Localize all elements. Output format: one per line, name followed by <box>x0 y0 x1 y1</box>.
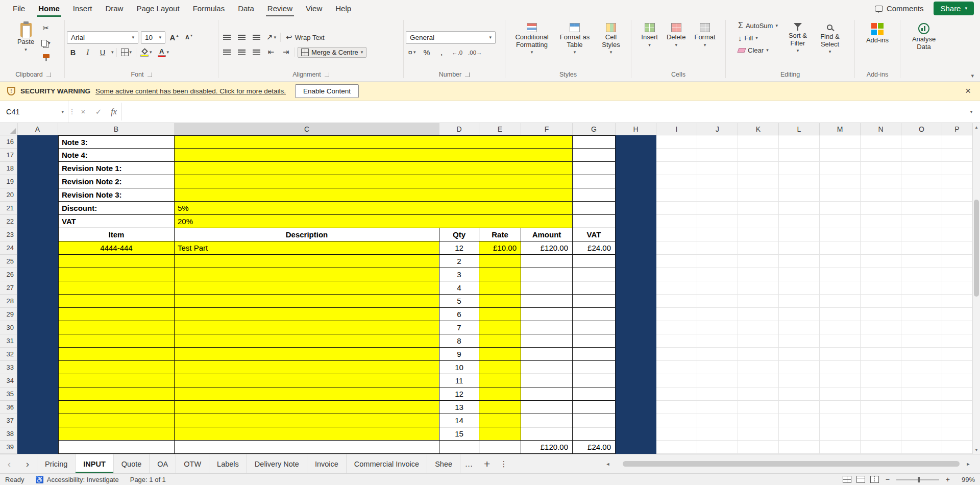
accounting-format-button[interactable]: ¤▾ <box>406 46 418 59</box>
cell-O25[interactable] <box>901 255 942 268</box>
cell-O35[interactable] <box>901 387 942 401</box>
cell-C39[interactable] <box>175 441 439 454</box>
cell-B27[interactable] <box>58 281 175 295</box>
number-format-select[interactable]: General▾ <box>406 31 496 44</box>
cell-P16[interactable] <box>942 135 972 149</box>
cell-E26[interactable] <box>479 268 521 281</box>
sheet-tab-pricing[interactable]: Pricing <box>37 454 76 473</box>
cell-C21[interactable]: 5% <box>175 202 573 215</box>
enable-content-button[interactable]: Enable Content <box>295 84 359 98</box>
cell-E30[interactable] <box>479 321 521 334</box>
cell-P38[interactable] <box>942 427 972 441</box>
italic-button[interactable]: I <box>82 46 94 59</box>
cell-M18[interactable] <box>820 162 861 175</box>
cell-H18[interactable] <box>616 162 656 175</box>
cell-J18[interactable] <box>697 162 738 175</box>
cell-M33[interactable] <box>820 361 861 374</box>
cell-B30[interactable] <box>58 321 175 334</box>
cell-F28[interactable] <box>521 295 573 308</box>
cell-K31[interactable] <box>738 334 779 348</box>
cell-K38[interactable] <box>738 427 779 441</box>
cell-E37[interactable] <box>479 414 521 427</box>
cell-A16[interactable] <box>17 135 58 149</box>
cell-G31[interactable] <box>573 334 616 348</box>
cell-B31[interactable] <box>58 334 175 348</box>
cell-C29[interactable] <box>175 308 439 321</box>
cell-I34[interactable] <box>656 374 697 387</box>
cell-C36[interactable] <box>175 401 439 414</box>
cell-N38[interactable] <box>861 427 901 441</box>
cell-B25[interactable] <box>58 255 175 268</box>
cell-J32[interactable] <box>697 348 738 361</box>
cell-G34[interactable] <box>573 374 616 387</box>
cell-B33[interactable] <box>58 361 175 374</box>
cell-G36[interactable] <box>573 401 616 414</box>
orientation-button[interactable]: ↗▾ <box>265 31 278 43</box>
cell-D33[interactable]: 10 <box>439 361 479 374</box>
cell-A17[interactable] <box>17 149 58 162</box>
cell-H33[interactable] <box>616 361 656 374</box>
chevron-down-icon[interactable]: ▾ <box>111 50 114 55</box>
cell-H25[interactable] <box>616 255 656 268</box>
col-header-B[interactable]: B <box>58 123 175 135</box>
cell-O23[interactable] <box>901 228 942 241</box>
cell-H23[interactable] <box>616 228 656 241</box>
scroll-down-icon[interactable]: ▼ <box>973 446 980 454</box>
increase-font-size-button[interactable]: A▴ <box>168 31 180 43</box>
align-bottom-button[interactable] <box>250 31 262 43</box>
cell-E23[interactable]: Rate <box>479 228 521 241</box>
cell-J22[interactable] <box>697 215 738 228</box>
cell-F29[interactable] <box>521 308 573 321</box>
cell-L33[interactable] <box>779 361 820 374</box>
cell-M36[interactable] <box>820 401 861 414</box>
cell-H26[interactable] <box>616 268 656 281</box>
cell-I30[interactable] <box>656 321 697 334</box>
cell-O39[interactable] <box>901 441 942 454</box>
cell-J16[interactable] <box>697 135 738 149</box>
cell-A26[interactable] <box>17 268 58 281</box>
cell-O34[interactable] <box>901 374 942 387</box>
vertical-scrollbar-thumb[interactable] <box>974 200 979 297</box>
decrease-decimal-button[interactable]: .00→ <box>467 46 484 59</box>
cut-button[interactable]: ✂ <box>40 22 52 34</box>
cell-F35[interactable] <box>521 387 573 401</box>
format-cells-button[interactable]: Format ▾ <box>691 20 718 48</box>
cell-M23[interactable] <box>820 228 861 241</box>
row-header-39[interactable]: 39 <box>0 441 17 454</box>
cell-J39[interactable] <box>697 441 738 454</box>
cell-I38[interactable] <box>656 427 697 441</box>
cell-G18[interactable] <box>573 162 616 175</box>
cell-B26[interactable] <box>58 268 175 281</box>
col-header-H[interactable]: H <box>616 123 656 135</box>
underline-button[interactable]: U <box>96 46 109 59</box>
cell-I28[interactable] <box>656 295 697 308</box>
cell-B17[interactable]: Note 4: <box>58 149 175 162</box>
cell-O36[interactable] <box>901 401 942 414</box>
cell-I39[interactable] <box>656 441 697 454</box>
cell-K33[interactable] <box>738 361 779 374</box>
cell-K23[interactable] <box>738 228 779 241</box>
sheet-options-icon[interactable]: ⋮ <box>496 454 511 473</box>
cell-N32[interactable] <box>861 348 901 361</box>
accessibility-status[interactable]: ♿Accessibility: Investigate <box>36 476 119 483</box>
cell-N17[interactable] <box>861 149 901 162</box>
collapse-ribbon-icon[interactable]: ▾ <box>971 72 974 79</box>
cell-P17[interactable] <box>942 149 972 162</box>
sheet-tab-otw[interactable]: OTW <box>176 454 209 473</box>
formula-input[interactable] <box>121 103 963 120</box>
row-header-31[interactable]: 31 <box>0 334 17 348</box>
cell-C31[interactable] <box>175 334 439 348</box>
decrease-indent-button[interactable]: ⇤ <box>265 46 277 58</box>
cell-M28[interactable] <box>820 295 861 308</box>
cell-N26[interactable] <box>861 268 901 281</box>
cell-D38[interactable]: 15 <box>439 427 479 441</box>
cell-O22[interactable] <box>901 215 942 228</box>
cell-L26[interactable] <box>779 268 820 281</box>
cell-H22[interactable] <box>616 215 656 228</box>
cell-K35[interactable] <box>738 387 779 401</box>
cell-A38[interactable] <box>17 427 58 441</box>
cell-O32[interactable] <box>901 348 942 361</box>
cell-F23[interactable]: Amount <box>521 228 573 241</box>
cell-C27[interactable] <box>175 281 439 295</box>
cell-P32[interactable] <box>942 348 972 361</box>
